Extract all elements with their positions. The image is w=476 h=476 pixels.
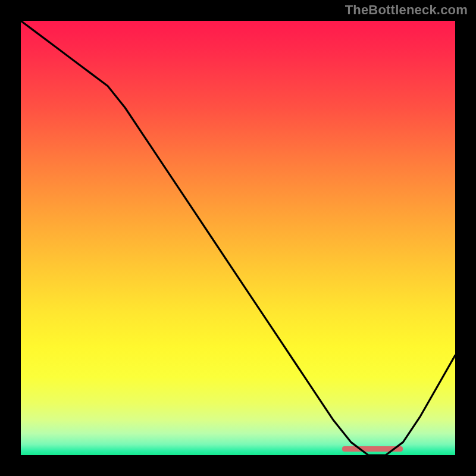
chart-container: TheBottleneck.com <box>0 0 476 476</box>
attribution-text: TheBottleneck.com <box>345 2 468 18</box>
plot-area <box>21 21 455 455</box>
curve-line <box>21 21 455 455</box>
